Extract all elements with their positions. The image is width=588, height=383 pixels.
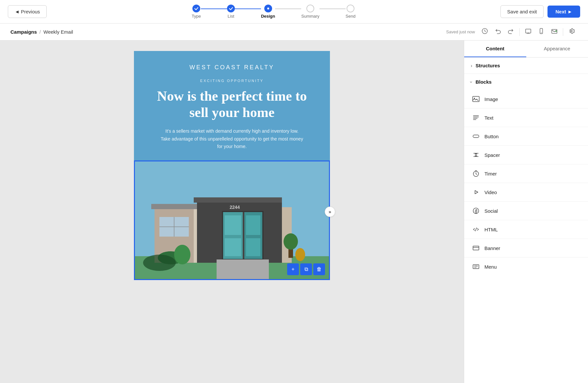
svg-rect-11 [151,204,197,209]
connector-2 [235,8,261,9]
top-bar-left: ◄ Previous [8,5,47,18]
svg-point-37 [473,208,479,214]
saved-status: Saved just now [446,29,475,34]
send-test-button[interactable] [548,26,560,38]
email-image-placeholder: 2244 [135,161,329,279]
image-toolbar: + ⧉ 🗑 [287,263,325,275]
step-type[interactable]: Type [192,5,201,19]
next-button[interactable]: Next ► [547,6,580,18]
step-summary[interactable]: Summary [301,5,319,19]
step-summary-label: Summary [301,14,319,19]
connector-4 [319,8,346,9]
step-design-label: Design [261,14,275,19]
block-item-image[interactable]: Image [464,90,588,108]
blocks-section-header[interactable]: › Blocks [464,74,588,90]
svg-point-32 [284,233,298,250]
step-design-circle [264,5,272,12]
block-item-spacer[interactable]: Spacer [464,146,588,164]
structures-section-header[interactable]: › Structures [464,58,588,74]
block-label-spacer: Spacer [484,152,500,158]
step-list[interactable]: List [227,5,235,19]
svg-rect-25 [217,259,269,279]
undo-icon-button[interactable] [492,26,504,38]
step-send[interactable]: Send [346,5,355,19]
breadcrumb-separator: / [40,29,41,35]
step-list-label: List [228,14,234,19]
block-label-text: Text [484,115,494,121]
mobile-preview-button[interactable] [535,26,547,38]
step-list-circle [227,5,235,12]
top-navigation-bar: ◄ Previous Type List Design [0,0,588,24]
preview-icon-button[interactable] [522,26,534,38]
step-summary-circle [306,5,314,12]
block-label-image: Image [484,96,498,102]
svg-point-29 [295,248,305,261]
panel-tabs: Content Appearance [464,41,588,58]
svg-point-30 [143,255,176,271]
email-header-block[interactable]: WEST COAST REALTY EXCITING OPPORTUNITY N… [134,51,330,160]
add-block-button[interactable]: + [287,263,299,275]
breadcrumb: Campaigns / Weekly Email [10,29,73,35]
connector-3 [275,8,301,9]
svg-rect-12 [194,197,282,203]
step-send-label: Send [346,14,355,19]
block-label-video: Video [484,190,497,195]
action-divider [519,28,520,36]
email-brand-name: WEST COAST REALTY [147,64,317,71]
block-item-social[interactable]: Social [464,202,588,220]
block-label-button: Button [484,134,498,139]
email-template: WEST COAST REALTY EXCITING OPPORTUNITY N… [134,51,330,280]
tab-content[interactable]: Content [464,41,526,57]
block-label-timer: Timer [484,171,497,176]
step-type-label: Type [192,14,201,19]
block-item-timer[interactable]: Timer [464,164,588,183]
save-exit-button[interactable]: Save and exit [500,5,544,18]
email-body-text: It's a sellers market with demand curren… [160,127,304,151]
svg-text:2244: 2244 [230,205,240,210]
breadcrumb-bar: Campaigns / Weekly Email Saved just now [0,24,588,41]
block-item-text[interactable]: Text [464,108,588,127]
svg-point-34 [474,98,475,99]
blocks-label: Blocks [476,79,492,85]
block-item-banner[interactable]: Banner [464,239,588,257]
structures-chevron-icon: › [471,63,472,68]
svg-rect-18 [225,238,241,256]
menu-block-icon [472,263,480,271]
action-divider-2 [563,28,563,36]
svg-rect-17 [225,215,241,235]
duplicate-block-button[interactable]: ⧉ [300,263,312,275]
history-icon-button[interactable] [479,26,491,38]
connector-1 [201,8,227,9]
previous-button[interactable]: ◄ Previous [8,5,47,18]
banner-block-icon [472,244,480,252]
block-label-menu: Menu [484,264,497,270]
settings-icon-button[interactable] [566,26,578,38]
step-send-circle [347,5,354,12]
top-bar-right: Save and exit Next ► [500,5,580,18]
breadcrumb-campaigns[interactable]: Campaigns [10,29,37,35]
email-image-block[interactable]: 2244 [134,160,330,280]
stepper: Type List Design Summary Send [192,5,356,19]
delete-block-button[interactable]: 🗑 [313,263,325,275]
tab-appearance[interactable]: Appearance [526,41,588,57]
block-label-social: Social [484,208,498,214]
block-item-menu[interactable]: Menu [464,258,588,276]
redo-icon-button[interactable] [505,26,517,38]
block-item-video[interactable]: Video [464,183,588,201]
step-design[interactable]: Design [261,5,275,19]
collapse-sidebar-button[interactable]: » [325,207,335,217]
spacer-block-icon [472,151,480,159]
svg-point-27 [174,245,190,264]
structures-label: Structures [476,63,500,68]
svg-rect-19 [246,215,260,235]
svg-point-4 [541,32,542,33]
timer-block-icon [472,170,480,177]
breadcrumb-current-page: Weekly Email [43,29,73,35]
button-block-icon [472,132,480,140]
block-item-html[interactable]: HTML [464,220,588,239]
canvas-area: » WEST COAST REALTY EXCITING OPPORTUNITY… [0,41,464,383]
block-item-button[interactable]: Button [464,127,588,145]
blocks-chevron-icon: › [469,81,474,83]
block-label-banner: Banner [484,245,500,251]
right-panel: Content Appearance › Structures › Blocks [464,41,588,383]
